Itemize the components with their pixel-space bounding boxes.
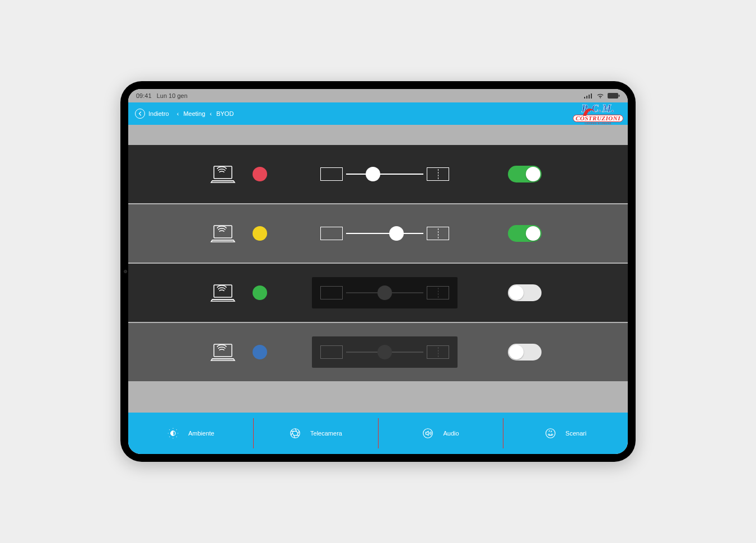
power-toggle[interactable] xyxy=(508,284,542,301)
toggle-knob xyxy=(526,226,540,241)
view-slider[interactable] xyxy=(312,218,458,249)
spacer xyxy=(128,381,628,390)
power-toggle[interactable] xyxy=(508,166,542,182)
laptop-wifi-icon xyxy=(210,224,236,243)
nav-label: Telecamera xyxy=(310,430,342,437)
split-view-icon xyxy=(427,345,449,359)
status-dot-green xyxy=(253,285,267,300)
svg-rect-6 xyxy=(214,166,232,179)
wifi-icon xyxy=(596,93,604,99)
aperture-icon xyxy=(289,427,301,439)
speaker-icon xyxy=(422,427,434,439)
slider-track[interactable] xyxy=(346,174,423,175)
view-slider xyxy=(312,336,458,368)
toggle-knob xyxy=(509,285,524,300)
svg-rect-0 xyxy=(584,97,585,99)
slider-track xyxy=(346,292,423,293)
nav-ambiente[interactable]: Ambiente xyxy=(128,413,253,454)
svg-rect-7 xyxy=(214,226,232,238)
brand-swoosh-icon xyxy=(581,104,598,120)
svg-rect-5 xyxy=(619,95,620,97)
status-dot-blue xyxy=(253,345,267,359)
status-time-date: 09:41 Lun 10 gen xyxy=(136,92,188,99)
chevron-left-icon: ‹ xyxy=(177,110,179,117)
brand-logo: R.C.M. COSTRUZIONI GRUPPO RAINONE xyxy=(573,101,623,126)
breadcrumb: ‹ Meeting ‹ BYOD xyxy=(177,110,234,117)
device-row xyxy=(128,264,628,322)
device-row xyxy=(128,204,628,263)
laptop-wifi-icon xyxy=(210,165,236,184)
slider-thumb[interactable] xyxy=(389,226,404,241)
svg-rect-4 xyxy=(608,93,618,99)
single-view-icon xyxy=(320,167,343,181)
battery-icon xyxy=(608,93,620,99)
nav-audio[interactable]: Audio xyxy=(378,413,503,454)
svg-rect-9 xyxy=(214,344,232,357)
tablet-frame: 09:41 Lun 10 gen Indietro ‹ Meeting xyxy=(120,81,636,462)
nav-scenari[interactable]: Scenari xyxy=(503,413,628,454)
back-button[interactable]: Indietro xyxy=(135,109,169,119)
power-toggle[interactable] xyxy=(508,344,542,361)
signal-icon xyxy=(584,93,593,99)
screen: 09:41 Lun 10 gen Indietro ‹ Meeting xyxy=(128,89,628,454)
view-slider xyxy=(312,277,458,308)
laptop-wifi-icon xyxy=(210,343,236,362)
split-view-icon xyxy=(427,286,449,299)
device-row xyxy=(128,323,628,381)
status-date: Lun 10 gen xyxy=(157,92,188,99)
device-row xyxy=(128,145,628,203)
slider-track[interactable] xyxy=(346,233,423,234)
header-bar: Indietro ‹ Meeting ‹ BYOD R.C.M. COSTRUZ… xyxy=(128,102,628,125)
single-view-icon xyxy=(320,286,343,299)
power-toggle[interactable] xyxy=(508,225,542,242)
brightness-icon xyxy=(167,427,179,439)
split-view-icon xyxy=(427,167,449,181)
single-view-icon xyxy=(320,345,343,359)
status-icons xyxy=(584,93,620,99)
toggle-knob xyxy=(509,345,524,359)
split-view-icon xyxy=(427,227,449,240)
back-label: Indietro xyxy=(148,110,169,117)
scene-icon xyxy=(544,427,557,439)
view-slider[interactable] xyxy=(312,158,458,190)
status-dot-yellow xyxy=(253,226,267,241)
back-circle-icon xyxy=(135,109,145,119)
svg-point-13 xyxy=(546,429,556,438)
device-camera xyxy=(124,270,127,273)
device-rows xyxy=(128,125,628,413)
svg-rect-3 xyxy=(591,93,592,99)
toggle-knob xyxy=(526,167,540,181)
bottom-nav: Ambiente Telecamera Audio Scenari xyxy=(128,413,628,454)
logo-sub-text: GRUPPO RAINONE xyxy=(585,122,612,125)
slider-track xyxy=(346,352,423,353)
laptop-wifi-icon xyxy=(210,283,236,302)
slider-thumb[interactable] xyxy=(366,167,380,181)
nav-label: Audio xyxy=(443,430,459,437)
slider-thumb xyxy=(377,285,392,300)
spacer xyxy=(128,125,628,145)
chevron-left-icon: ‹ xyxy=(210,110,212,117)
single-view-icon xyxy=(320,227,343,240)
status-time: 09:41 xyxy=(136,92,152,99)
svg-rect-1 xyxy=(586,96,587,99)
breadcrumb-meeting[interactable]: Meeting xyxy=(183,110,205,117)
status-bar: 09:41 Lun 10 gen xyxy=(128,89,628,102)
status-dot-red xyxy=(253,167,267,181)
breadcrumb-byod[interactable]: BYOD xyxy=(216,110,234,117)
nav-label: Ambiente xyxy=(188,430,214,437)
svg-rect-2 xyxy=(589,95,590,99)
slider-thumb xyxy=(377,345,392,359)
nav-label: Scenari xyxy=(566,430,586,437)
svg-rect-8 xyxy=(214,285,232,297)
nav-telecamera[interactable]: Telecamera xyxy=(253,413,378,454)
